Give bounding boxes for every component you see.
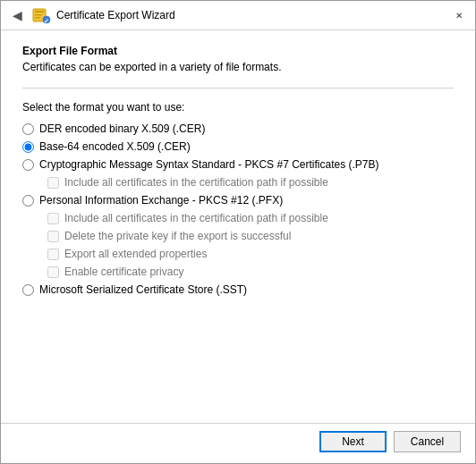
window-title: Certificate Export Wizard [56,9,175,21]
label-pfx-include: Include all certificates in the certific… [64,212,328,224]
label-base64: Base-64 encoded X.509 (.CER) [39,140,191,153]
wizard-window: ◀ ✓ Certificate Export Wizard ✕ Export F… [0,0,476,464]
title-bar-left: ◀ ✓ Certificate Export Wizard [8,5,175,25]
radio-pfx[interactable] [22,195,34,207]
checkbox-pkcs7-include[interactable] [47,177,59,189]
option-export-props[interactable]: Export all extended properties [47,248,454,260]
section-title: Export File Format [22,45,454,57]
option-pkcs7-include[interactable]: Include all certificates in the certific… [47,176,454,189]
footer: Next Cancel [1,423,475,463]
back-button[interactable]: ◀ [8,6,26,24]
label-pkcs7: Cryptographic Message Syntax Standard - … [39,158,379,171]
select-label: Select the format you want to use: [22,101,454,114]
label-der: DER encoded binary X.509 (.CER) [39,122,205,135]
cancel-button[interactable]: Cancel [394,431,461,452]
radio-base64[interactable] [22,141,34,153]
svg-rect-2 [35,14,42,16]
label-pfx: Personal Information Exchange - PKCS #12… [39,194,283,207]
label-delete-key: Delete the private key if the export is … [64,230,291,242]
content-area: Export File Format Certificates can be e… [1,30,475,423]
svg-rect-1 [35,11,44,13]
radio-sst[interactable] [22,284,34,296]
option-pfx-include[interactable]: Include all certificates in the certific… [47,212,454,224]
content-divider [22,88,454,89]
title-bar-controls: ✕ [450,6,468,24]
option-delete-key[interactable]: Delete the private key if the export is … [47,230,454,242]
option-der[interactable]: DER encoded binary X.509 (.CER) [22,122,454,135]
option-pfx[interactable]: Personal Information Exchange - PKCS #12… [22,194,454,207]
wizard-icon: ✓ [31,5,51,25]
checkbox-cert-privacy[interactable] [47,266,59,278]
label-cert-privacy: Enable certificate privacy [64,266,183,278]
option-base64[interactable]: Base-64 encoded X.509 (.CER) [22,140,454,153]
svg-rect-3 [35,17,40,19]
svg-text:✓: ✓ [44,18,49,24]
option-sst[interactable]: Microsoft Serialized Certificate Store (… [22,283,454,296]
checkbox-delete-key[interactable] [47,231,59,242]
radio-der[interactable] [22,123,34,135]
next-button[interactable]: Next [319,431,387,452]
label-pkcs7-include: Include all certificates in the certific… [64,176,328,189]
option-cert-privacy[interactable]: Enable certificate privacy [47,266,454,278]
title-bar: ◀ ✓ Certificate Export Wizard ✕ [1,1,475,30]
section-desc: Certificates can be exported in a variet… [22,61,454,73]
checkbox-export-props[interactable] [47,249,59,260]
close-button[interactable]: ✕ [450,6,468,24]
checkbox-pfx-include[interactable] [47,213,59,224]
option-pkcs7[interactable]: Cryptographic Message Syntax Standard - … [22,158,454,171]
label-export-props: Export all extended properties [64,248,207,260]
label-sst: Microsoft Serialized Certificate Store (… [39,283,247,296]
radio-pkcs7[interactable] [22,159,34,171]
